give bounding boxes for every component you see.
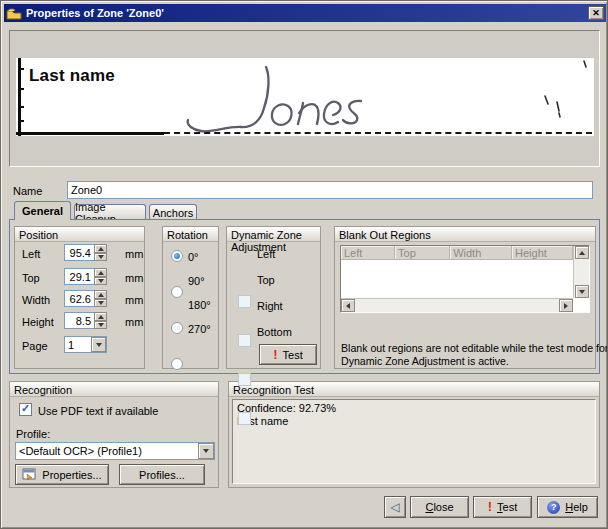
right-arrow-icon <box>564 303 568 309</box>
checkbox-dza-right[interactable] <box>238 373 251 386</box>
properties-button-label: Properties... <box>42 469 101 481</box>
dza-test-button[interactable]: ! Test <box>259 344 317 365</box>
page-combobox[interactable]: 1 <box>64 336 107 353</box>
scroll-down-button[interactable] <box>575 285 589 298</box>
down-arrow-icon <box>579 290 585 294</box>
blank-out-group-header: Blank Out Regions <box>335 227 595 242</box>
checkbox-dza-left[interactable] <box>238 295 251 308</box>
close-button-label: Close <box>425 501 453 513</box>
position-top-spinner <box>94 268 107 285</box>
checkbox-use-pdf-text-label: Use PDF text if available <box>38 405 158 417</box>
recognition-test-output: Confidence: 92.73% Last name <box>232 399 596 484</box>
checkbox-dza-bottom-label: Bottom <box>257 326 292 338</box>
close-window-button[interactable]: ✕ <box>588 6 604 20</box>
scroll-right-button[interactable] <box>559 299 573 312</box>
profile-combobox[interactable]: <Default OCR> (Profile1) <box>15 442 215 460</box>
properties-button[interactable]: Properties... <box>15 464 109 485</box>
up-arrow-icon <box>579 251 585 255</box>
up-arrow-icon <box>98 315 104 319</box>
recognition-group: Recognition ✓ Use PDF text if available … <box>9 381 219 488</box>
scanned-field-strip: Last name <box>16 58 594 136</box>
radio-rotation-0-label: 0° <box>188 251 199 263</box>
position-left-unit: mm <box>125 248 143 260</box>
radio-rotation-90[interactable] <box>171 286 183 298</box>
exclamation-icon: ! <box>273 350 277 360</box>
close-icon: ✕ <box>592 8 600 18</box>
checkbox-dza-top-label: Top <box>257 274 275 286</box>
tab-anchors[interactable]: Anchors <box>149 204 197 220</box>
blank-out-table-header: Left Top Width Height <box>341 246 573 260</box>
checkbox-dza-left-label: Left <box>257 248 275 260</box>
help-icon: ? <box>547 501 560 514</box>
spin-down-button[interactable] <box>94 321 107 329</box>
spin-up-button[interactable] <box>94 312 107 321</box>
dynamic-zone-group-header: Dynamic Zone Adjustment <box>227 227 320 242</box>
test-button[interactable]: ! Test <box>473 496 532 518</box>
radio-rotation-180-label: 180° <box>188 299 211 311</box>
tab-general-label: General <box>22 205 63 217</box>
position-left-input[interactable] <box>64 244 95 261</box>
test-button-label: Test <box>497 501 517 513</box>
page-combobox-arrow[interactable] <box>91 337 106 352</box>
rotation-group: Rotation <box>162 226 219 369</box>
confidence-text: Confidence: 92.73% <box>237 402 591 415</box>
back-button[interactable]: ◁ <box>384 496 406 518</box>
tab-general[interactable]: General <box>14 201 71 220</box>
spin-up-button[interactable] <box>94 290 107 299</box>
rotation-group-header: Rotation <box>163 227 218 242</box>
form-bottom-rule <box>16 132 164 135</box>
position-left-spinner <box>94 244 107 261</box>
name-label: Name <box>13 185 42 197</box>
radio-rotation-180[interactable] <box>171 322 183 334</box>
up-arrow-icon <box>98 247 104 251</box>
column-header-width[interactable]: Width <box>450 246 512 260</box>
title-bar: Properties of Zone 'Zone0' ✕ <box>4 4 606 22</box>
recognition-group-header: Recognition <box>10 382 218 397</box>
handwriting-jones <box>16 58 594 136</box>
profiles-button-label: Profiles... <box>139 469 185 481</box>
tab-image-cleanup[interactable]: Image Cleanup <box>74 204 146 220</box>
spin-up-button[interactable] <box>94 268 107 277</box>
column-header-top[interactable]: Top <box>395 246 450 260</box>
back-arrow-icon: ◁ <box>390 501 399 513</box>
position-height-input[interactable] <box>64 312 95 329</box>
blank-out-note-line2: Dynamic Zone Adjustment is active. <box>341 355 509 368</box>
scroll-left-button[interactable] <box>341 299 355 312</box>
horizontal-scrollbar[interactable] <box>341 298 573 312</box>
radio-rotation-0[interactable] <box>171 250 183 262</box>
scroll-up-button[interactable] <box>575 246 589 259</box>
vertical-scrollbar[interactable] <box>573 246 589 298</box>
checkbox-dza-bottom[interactable] <box>238 412 251 425</box>
properties-dialog: Properties of Zone 'Zone0' ✕ Last name <box>0 0 608 529</box>
profiles-button[interactable]: Profiles... <box>119 464 205 485</box>
left-arrow-icon <box>346 303 350 309</box>
position-top-input[interactable] <box>64 268 95 285</box>
profile-combobox-arrow[interactable] <box>198 443 214 459</box>
exclamation-icon: ! <box>488 502 492 512</box>
checkbox-dza-top[interactable] <box>238 334 251 347</box>
help-button[interactable]: ? Help <box>537 496 598 518</box>
window-title: Properties of Zone 'Zone0' <box>26 7 588 19</box>
column-header-height[interactable]: Height <box>512 246 573 260</box>
spin-down-button[interactable] <box>94 299 107 307</box>
checkbox-dza-right-label: Right <box>257 300 283 312</box>
zone-name-input[interactable] <box>67 181 593 199</box>
up-arrow-icon <box>98 293 104 297</box>
page-combobox-value: 1 <box>68 339 74 351</box>
spin-down-button[interactable] <box>94 253 107 261</box>
form-bottom-dashes <box>164 132 592 134</box>
up-arrow-icon <box>98 271 104 275</box>
checkbox-use-pdf-text[interactable]: ✓ <box>19 403 32 416</box>
blank-out-note-line1: Blank out regions are not editable while… <box>341 342 608 355</box>
radio-rotation-270[interactable] <box>171 358 183 370</box>
down-arrow-icon <box>98 255 104 259</box>
spin-up-button[interactable] <box>94 244 107 253</box>
profile-combobox-value: <Default OCR> (Profile1) <box>19 445 142 457</box>
close-button[interactable]: Close <box>410 496 469 518</box>
down-arrow-icon <box>98 279 104 283</box>
position-width-input[interactable] <box>64 290 95 307</box>
spin-down-button[interactable] <box>94 277 107 285</box>
checkmark-icon: ✓ <box>21 402 30 415</box>
column-header-left[interactable]: Left <box>341 246 395 260</box>
profile-label: Profile: <box>16 428 50 440</box>
